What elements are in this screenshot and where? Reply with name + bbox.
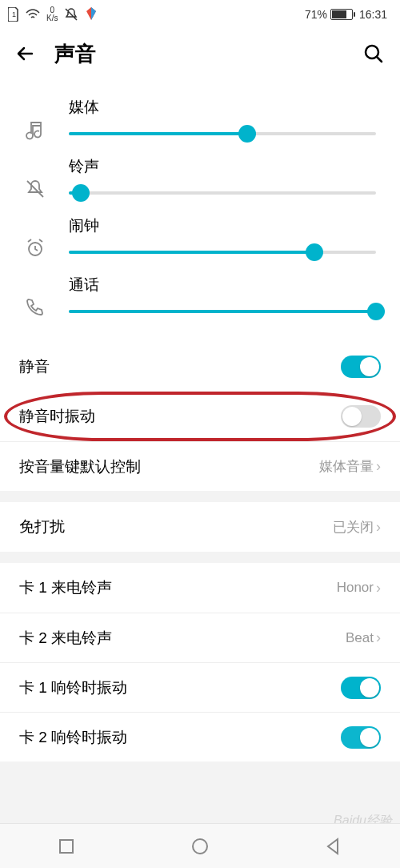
battery-icon — [330, 9, 353, 20]
chevron-right-icon: › — [376, 580, 381, 597]
app-header: 声音 — [0, 28, 400, 79]
chevron-right-icon: › — [376, 458, 381, 475]
toggle-sim1-vibrate[interactable] — [341, 677, 381, 699]
chevron-right-icon: › — [376, 519, 381, 536]
slider-label: 通话 — [69, 275, 376, 295]
svg-rect-3 — [60, 840, 73, 853]
mute-bell-icon — [64, 7, 78, 22]
nav-recent-icon[interactable] — [58, 838, 75, 855]
battery-percent: 71% — [305, 8, 327, 21]
chevron-right-icon: › — [376, 629, 381, 646]
toggle-mute[interactable] — [341, 356, 381, 378]
row-do-not-disturb[interactable]: 免打扰 已关闭› — [0, 502, 400, 552]
slider-alarm: 闹钟 — [19, 215, 376, 259]
status-bar: 1 0 K/s 71% 16:31 — [0, 0, 400, 28]
slider-track[interactable] — [69, 191, 376, 195]
navigation-bar — [0, 823, 400, 868]
row-label: 按音量键默认控制 — [19, 456, 141, 477]
slider-ringtone: 铃声 — [19, 156, 376, 199]
app-icon — [85, 7, 98, 22]
row-label: 卡 2 响铃时振动 — [19, 727, 127, 748]
sim-icon: 1 — [8, 7, 19, 22]
toggle-vibrate-on-mute[interactable] — [341, 405, 381, 428]
row-sim1-ringtone[interactable]: 卡 1 来电铃声 Honor› — [0, 563, 400, 613]
phone-icon — [25, 297, 46, 318]
row-sim1-vibrate[interactable]: 卡 1 响铃时振动 — [0, 662, 400, 712]
music-note-icon — [25, 119, 46, 140]
slider-label: 闹钟 — [69, 215, 376, 236]
slider-track[interactable] — [69, 132, 376, 135]
nav-home-icon[interactable] — [191, 838, 209, 855]
svg-text:1: 1 — [12, 10, 16, 18]
page-title: 声音 — [54, 40, 96, 68]
row-label: 卡 1 响铃时振动 — [19, 677, 127, 698]
row-mute[interactable]: 静音 — [0, 342, 400, 392]
slider-label: 铃声 — [69, 156, 376, 177]
row-label: 静音时振动 — [19, 406, 95, 427]
row-vibrate-on-mute[interactable]: 静音时振动 — [0, 392, 400, 441]
back-icon[interactable] — [16, 44, 35, 63]
row-sim2-vibrate[interactable]: 卡 2 响铃时振动 — [0, 712, 400, 762]
slider-track[interactable] — [69, 310, 376, 313]
slider-call: 通话 — [19, 275, 376, 318]
network-speed: 0 K/s — [46, 6, 58, 22]
row-label: 免打扰 — [19, 516, 65, 537]
alarm-clock-icon — [25, 238, 46, 259]
slider-media: 媒体 — [19, 97, 376, 140]
bell-off-icon — [25, 179, 46, 199]
slider-track[interactable] — [69, 251, 376, 254]
volume-sliders: 媒体 铃声 闹钟 通话 — [0, 79, 400, 342]
row-label: 卡 1 来电铃声 — [19, 577, 112, 598]
row-label: 卡 2 来电铃声 — [19, 628, 112, 649]
svg-point-4 — [193, 839, 207, 854]
row-label: 静音 — [19, 356, 50, 377]
slider-label: 媒体 — [69, 97, 376, 118]
row-volume-key-control[interactable]: 按音量键默认控制 媒体音量› — [0, 441, 400, 491]
wifi-icon — [26, 9, 40, 20]
toggle-sim2-vibrate[interactable] — [341, 726, 381, 749]
clock: 16:31 — [359, 8, 387, 21]
row-sim2-ringtone[interactable]: 卡 2 来电铃声 Beat› — [0, 613, 400, 662]
search-icon[interactable] — [363, 43, 384, 64]
nav-back-icon[interactable] — [325, 838, 342, 855]
